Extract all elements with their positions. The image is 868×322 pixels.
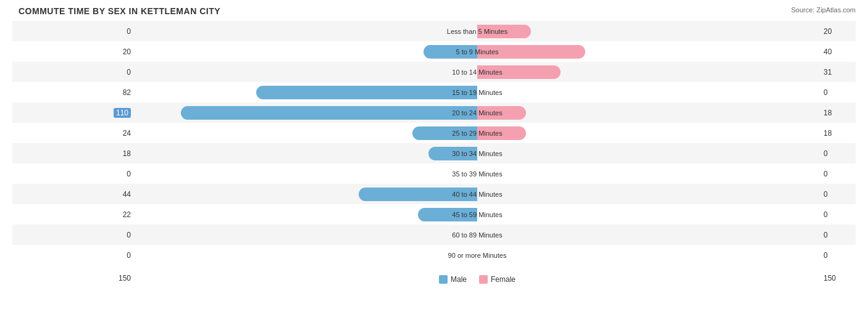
row-label: 90 or more Minutes [448, 252, 507, 259]
right-value: 0 [819, 231, 856, 239]
legend-male: Male [439, 275, 467, 284]
chart-row: 0 35 to 39 Minutes 0 [12, 163, 856, 184]
bars-section: 90 or more Minutes [136, 245, 819, 265]
right-value: 40 [819, 47, 856, 56]
bars-section: 5 to 9 Minutes [136, 41, 819, 62]
chart-row: 20 5 to 9 Minutes 40 [12, 41, 856, 62]
right-value: 20 [819, 27, 856, 36]
bars-section: 20 to 24 Minutes [136, 102, 819, 123]
right-value: 0 [819, 190, 856, 199]
left-value: 110 [12, 109, 136, 117]
legend-female: Female [479, 275, 515, 284]
chart-row: 0 60 to 89 Minutes 0 [12, 225, 856, 245]
chart-row: 22 45 to 59 Minutes 0 [12, 204, 856, 225]
male-legend-box [439, 275, 448, 284]
left-value: 20 [12, 47, 136, 56]
bars-section: Less than 5 Minutes [136, 21, 819, 41]
row-label: 35 to 39 Minutes [452, 170, 502, 178]
row-label: 40 to 44 Minutes [452, 191, 502, 198]
male-bar-container [256, 86, 477, 99]
right-value: 31 [819, 68, 856, 76]
right-value: 0 [819, 149, 856, 158]
row-label: 45 to 59 Minutes [452, 211, 502, 218]
left-value: 0 [12, 27, 136, 36]
row-label: 60 to 89 Minutes [452, 231, 502, 239]
row-label: 30 to 34 Minutes [452, 150, 502, 157]
chart-container: COMMUTE TIME BY SEX IN KETTLEMAN CITY So… [0, 0, 868, 322]
bars-section: 45 to 59 Minutes [136, 204, 819, 225]
female-legend-box [479, 275, 488, 284]
bars-section: 25 to 29 Minutes [136, 123, 819, 143]
bars-section: 40 to 44 Minutes [136, 184, 819, 204]
right-value: 0 [819, 251, 856, 260]
row-label: 20 to 24 Minutes [452, 109, 502, 117]
row-label: Less than 5 Minutes [447, 28, 507, 35]
bars-section: 10 to 14 Minutes [136, 62, 819, 82]
right-value: 0 [819, 88, 856, 97]
left-value: 22 [12, 210, 136, 219]
chart-row: 82 15 to 19 Minutes 0 [12, 82, 856, 102]
chart-row: 44 40 to 44 Minutes 0 [12, 184, 856, 204]
left-value: 18 [12, 149, 136, 158]
chart-row: 0 90 or more Minutes 0 [12, 245, 856, 265]
row-label: 5 to 9 Minutes [456, 48, 498, 56]
left-value: 0 [12, 68, 136, 76]
bars-section: 60 to 89 Minutes [136, 225, 819, 245]
left-value: 0 [12, 170, 136, 178]
left-value: 24 [12, 129, 136, 138]
chart-row: 24 25 to 29 Minutes 18 [12, 123, 856, 143]
chart-title: COMMUTE TIME BY SEX IN KETTLEMAN CITY [12, 6, 856, 16]
chart-row: 0 10 to 14 Minutes 31 [12, 62, 856, 82]
source-label: Source: ZipAtlas.com [791, 6, 856, 14]
row-label: 15 to 19 Minutes [452, 89, 502, 96]
left-value: 0 [12, 251, 136, 260]
right-value: 0 [819, 210, 856, 219]
bars-section: 30 to 34 Minutes [136, 143, 819, 163]
legend: Male Female [136, 272, 819, 284]
chart-row: 18 30 to 34 Minutes 0 [12, 143, 856, 163]
axis-right-label: 150 [819, 274, 856, 283]
left-value: 0 [12, 231, 136, 239]
right-value: 18 [819, 129, 856, 138]
male-bar [256, 86, 477, 99]
bars-section: 35 to 39 Minutes [136, 163, 819, 184]
bottom-labels: 150 Male Female 150 [12, 269, 856, 284]
bars-section: 15 to 19 Minutes [136, 82, 819, 102]
left-value: 44 [12, 190, 136, 199]
axis-left-label: 150 [12, 274, 136, 283]
left-value: 82 [12, 88, 136, 97]
male-bar [181, 106, 477, 120]
male-legend-label: Male [451, 275, 467, 284]
right-value: 18 [819, 109, 856, 117]
male-bar-container [181, 106, 477, 120]
row-label: 10 to 14 Minutes [452, 68, 502, 76]
chart-row: 0 Less than 5 Minutes 20 [12, 21, 856, 41]
right-value: 0 [819, 170, 856, 178]
chart-row: 110 20 to 24 Minutes 18 [12, 102, 856, 123]
row-label: 25 to 29 Minutes [452, 130, 502, 137]
female-legend-label: Female [491, 275, 515, 284]
chart-area: 0 Less than 5 Minutes 20 20 5 to 9 M [12, 21, 856, 269]
